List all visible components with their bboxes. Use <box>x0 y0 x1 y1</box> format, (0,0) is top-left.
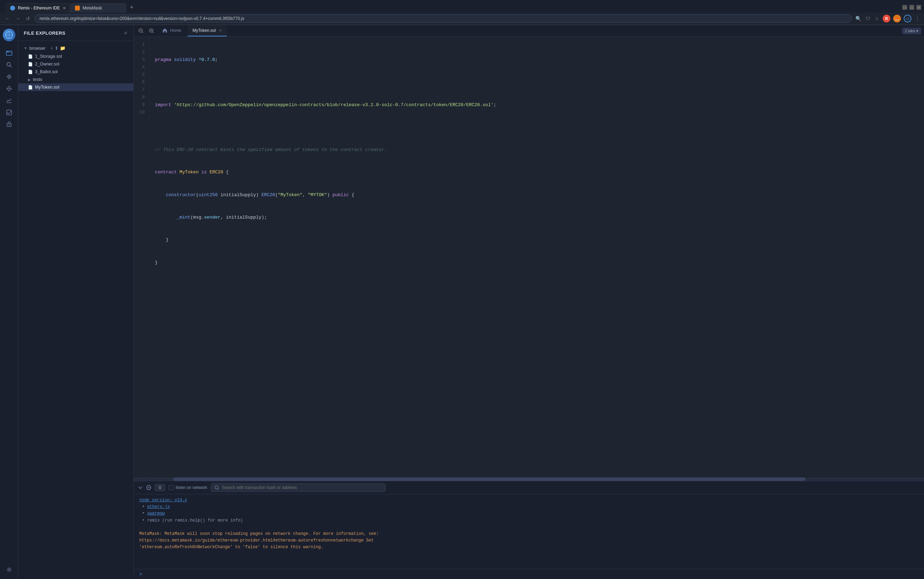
compiler-icon <box>6 74 12 80</box>
sidebar-logo[interactable] <box>3 29 15 41</box>
console-link-ethers[interactable]: ethers.js <box>147 504 170 509</box>
file-name-owner: 2_Owner.sol <box>35 62 59 67</box>
sidebar-item-deploy[interactable] <box>4 83 15 94</box>
console-clear-button[interactable] <box>146 485 151 490</box>
svg-line-24 <box>218 489 219 490</box>
code-line-4 <box>155 124 918 131</box>
console-search-bar[interactable] <box>211 483 386 492</box>
browser-folder-label: browser <box>29 46 46 51</box>
console-prompt[interactable]: > <box>134 569 924 579</box>
mytoken-tab-close[interactable]: ✕ <box>219 28 222 33</box>
profile-icon[interactable]: ⊙ <box>904 15 911 23</box>
sidebar-item-plugin[interactable] <box>4 119 15 129</box>
code-content: 1 2 3 4 5 6 7 8 9 10 pragma solidity ^0.… <box>134 37 924 478</box>
menu-icon[interactable]: ⋮ <box>914 15 921 22</box>
new-tab-button[interactable]: + <box>126 2 137 13</box>
editor-scrollbar-thumb[interactable] <box>173 478 805 481</box>
console-bullet-swarmgw: • <box>142 511 147 516</box>
file-item-ballot[interactable]: 📄 3_Ballot.sol <box>18 68 134 76</box>
console-toolbar: 0 listen on network <box>134 481 924 494</box>
back-button[interactable]: ← <box>3 15 11 22</box>
svg-line-5 <box>10 66 11 68</box>
sidebar-item-search[interactable] <box>4 59 15 70</box>
upload-button[interactable]: ⬆ <box>55 46 59 51</box>
browser-tabs-bar: Remix - Ethereum IDE ✕ MetaMask + <box>3 2 901 13</box>
metamask-tab-label: MetaMask <box>83 6 102 10</box>
listen-network-checkbox[interactable] <box>169 485 174 490</box>
remix-extension-icon[interactable]: R <box>883 15 890 23</box>
browser-tab-metamask[interactable]: MetaMask <box>70 3 126 13</box>
reload-button[interactable]: ↺ <box>24 15 31 22</box>
console-collapse-button[interactable] <box>138 485 143 490</box>
title-bar: Remix - Ethereum IDE ✕ MetaMask + — □ ✕ <box>0 0 924 13</box>
console-link-swarmgw[interactable]: swarmgw <box>147 511 165 516</box>
line-num-2: 2 <box>139 48 145 56</box>
zoom-in-button[interactable] <box>147 27 156 35</box>
file-name-ballot: 3_Ballot.sol <box>35 69 58 74</box>
address-input[interactable] <box>34 15 852 23</box>
tab-home[interactable]: Home <box>158 25 186 36</box>
forward-button[interactable]: → <box>14 15 22 22</box>
console-search-icon <box>215 486 219 490</box>
add-file-button[interactable]: + <box>51 46 53 51</box>
maximize-button[interactable]: □ <box>909 5 914 10</box>
chart-icon <box>6 98 12 103</box>
file-tree: ▼ browser + ⬆ 📁 📄 1_Storage.sol 📄 2_Owne… <box>18 41 134 94</box>
console-line-remix: • remix (run remix.help() for more info) <box>139 517 918 524</box>
search-icon <box>6 62 12 68</box>
collapse-icon <box>138 485 143 490</box>
console-bullet-ethers: • <box>142 504 147 509</box>
code-editor[interactable]: 1 2 3 4 5 6 7 8 9 10 pragma solidity ^0.… <box>134 37 924 478</box>
svg-point-23 <box>215 486 218 489</box>
logo-icon <box>5 31 13 39</box>
icon-sidebar <box>0 25 18 579</box>
code-line-3: import 'https://github.com/OpenZeppelin/… <box>155 101 918 109</box>
browser-tab-remix[interactable]: Remix - Ethereum IDE ✕ <box>6 3 70 13</box>
clear-icon <box>146 485 151 490</box>
line-numbers: 1 2 3 4 5 6 7 8 9 10 <box>134 37 150 478</box>
tabs-count-badge[interactable]: 2 tabs ▾ <box>902 28 921 34</box>
sidebar-item-settings[interactable] <box>4 564 15 575</box>
file-item-mytoken[interactable]: 📄 MyToken.sol <box>18 83 134 91</box>
console-line-ethers: • ethers.js <box>139 504 918 510</box>
console-output: node version: v14.x • ethers.js • swarmg… <box>134 494 924 569</box>
add-folder-button[interactable]: 📁 <box>60 46 65 51</box>
minimize-button[interactable]: — <box>902 5 907 10</box>
metamask-extension-icon[interactable]: 🦊 <box>893 15 901 23</box>
console-link-node[interactable]: node version: v14.x <box>139 498 187 503</box>
file-item-owner[interactable]: 📄 2_Owner.sol <box>18 60 134 68</box>
sidebar-item-file-explorer[interactable] <box>4 47 15 58</box>
editor-horizontal-scrollbar[interactable] <box>134 478 924 481</box>
line-num-7: 7 <box>139 86 145 93</box>
code-line-6: contract MyToken is ERC20 { <box>155 168 918 176</box>
home-tab-label: Home <box>170 28 181 33</box>
close-button[interactable]: ✕ <box>916 5 921 10</box>
file-explorer-title: FILE EXPLORERS <box>24 31 65 36</box>
file-icon-mytoken: 📄 <box>28 85 33 90</box>
browser-actions: 🔍 🛡 ☆ R 🦊 ⊙ ⋮ <box>855 15 921 23</box>
line-num-4: 4 <box>139 64 145 71</box>
zoom-out-button[interactable] <box>137 27 146 35</box>
sidebar-item-chart[interactable] <box>4 95 15 106</box>
line-num-5: 5 <box>139 71 145 79</box>
file-icon-ballot: 📄 <box>28 70 33 74</box>
line-num-3: 3 <box>139 56 145 64</box>
console-search-input[interactable] <box>222 485 382 490</box>
sidebar-item-verify[interactable] <box>4 107 15 118</box>
tests-folder-item[interactable]: ▶ tests <box>18 76 134 83</box>
remix-tab-label: Remix - Ethereum IDE <box>18 6 60 10</box>
tab-mytoken[interactable]: MyToken.sol ✕ <box>187 25 227 36</box>
browser-folder[interactable]: ▼ browser + ⬆ 📁 <box>18 44 134 52</box>
bottom-panel: 0 listen on network node version: v14.x <box>134 481 924 579</box>
sidebar-item-compiler[interactable] <box>4 72 15 82</box>
file-explorer-menu-button[interactable]: ≡ <box>124 29 128 36</box>
remix-tab-close[interactable]: ✕ <box>63 6 66 10</box>
code-line-5: // This ERC-20 contract mints the specif… <box>155 146 918 154</box>
console-prompt-input[interactable] <box>145 572 918 577</box>
file-item-storage[interactable]: 📄 1_Storage.sol <box>18 52 134 60</box>
browser-chrome: Remix - Ethereum IDE ✕ MetaMask + — □ ✕ … <box>0 0 924 25</box>
code-lines[interactable]: pragma solidity ^0.7.0; import 'https://… <box>150 37 924 478</box>
sidebar-bottom <box>4 564 15 576</box>
file-explorer-icon <box>6 50 12 56</box>
code-line-9: } <box>155 236 918 244</box>
